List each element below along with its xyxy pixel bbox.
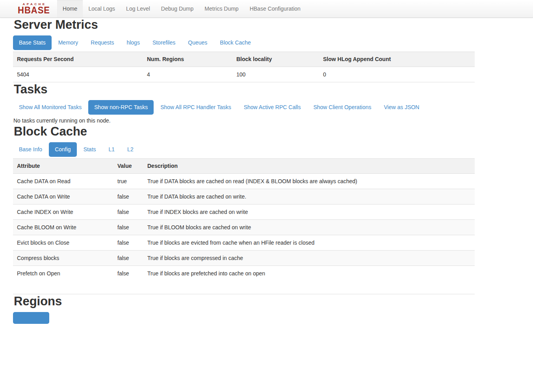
col-slow-hlog-append-count: Slow HLog Append Count <box>319 52 475 67</box>
table-row: Evict blocks on Close false True if bloc… <box>13 235 475 251</box>
table-header-row: Requests Per Second Num. Regions Block l… <box>13 52 475 67</box>
attribute-cell: Cache DATA on Write <box>13 189 113 204</box>
tab-show-all-rpc-handler-tasks[interactable]: Show All RPC Handler Tasks <box>154 100 237 115</box>
description-cell: True if INDEX blocks are cached on write <box>143 204 475 220</box>
description-cell: True if blocks are evicted from cache wh… <box>143 235 475 251</box>
tab-show-non-rpc-tasks[interactable]: Show non-RPC Tasks <box>88 100 154 115</box>
server-metrics-table: Requests Per Second Num. Regions Block l… <box>13 52 475 82</box>
attribute-cell: Evict blocks on Close <box>13 235 113 251</box>
page-content: Server Metrics Base Stats Memory Request… <box>13 18 475 324</box>
attribute-cell: Cache DATA on Read <box>13 174 113 189</box>
regions-title: Regions <box>14 294 475 308</box>
tasks-empty-message: No tasks currently running on this node. <box>13 117 475 124</box>
tab-config[interactable]: Config <box>49 142 76 157</box>
description-cell: True if BLOOM blocks are cached on write <box>143 220 475 235</box>
table-header-row: Attribute Value Description <box>13 159 475 174</box>
tab-storefiles[interactable]: Storefiles <box>147 35 181 50</box>
value-cell: false <box>113 266 143 294</box>
tab-memory[interactable]: Memory <box>52 35 84 50</box>
table-row: Compress blocks false True if blocks are… <box>13 251 475 266</box>
requests-per-second-value: 5404 <box>13 67 143 82</box>
table-row: Cache DATA on Read true True if DATA blo… <box>13 174 475 189</box>
tasks-title: Tasks <box>14 82 475 97</box>
nav-item-metrics-dump[interactable]: Metrics Dump <box>199 0 244 17</box>
nav-item-home[interactable]: Home <box>57 0 83 17</box>
slow-hlog-append-count-value: 0 <box>319 67 475 82</box>
description-cell: True if blocks are compressed in cache <box>143 251 475 266</box>
server-metrics-title: Server Metrics <box>14 18 475 32</box>
tab-requests[interactable]: Requests <box>85 35 120 50</box>
value-cell: false <box>113 220 143 235</box>
table-row: Cache BLOOM on Write false True if BLOOM… <box>13 220 475 235</box>
col-block-locality: Block locality <box>232 52 319 67</box>
block-locality-value: 100 <box>232 67 319 82</box>
value-cell: false <box>113 189 143 204</box>
navbar-menu: Home Local Logs Log Level Debug Dump Met… <box>57 0 306 17</box>
tab-stats[interactable]: Stats <box>78 142 102 157</box>
nav-item-local-logs[interactable]: Local Logs <box>83 0 121 17</box>
description-cell: True if DATA blocks are cached on write. <box>143 189 475 204</box>
tab-show-client-operations[interactable]: Show Client Operations <box>307 100 377 115</box>
regions-first-tab[interactable] <box>13 312 49 324</box>
table-row: 5404 4 100 0 <box>13 67 475 82</box>
col-value: Value <box>113 159 143 174</box>
attribute-cell: Cache INDEX on Write <box>13 204 113 220</box>
table-row: Cache INDEX on Write false True if INDEX… <box>13 204 475 220</box>
tasks-tabs: Show All Monitored Tasks Show non-RPC Ta… <box>13 100 475 115</box>
hbase-logo[interactable]: APACHE HBASE <box>18 0 50 17</box>
attribute-cell: Cache BLOOM on Write <box>13 220 113 235</box>
tab-view-as-json[interactable]: View as JSON <box>378 100 425 115</box>
description-cell: True if blocks are prefetched into cache… <box>143 266 475 294</box>
attribute-cell: Compress blocks <box>13 251 113 266</box>
description-cell: True if DATA blocks are cached on read (… <box>143 174 475 189</box>
table-row: Cache DATA on Write false True if DATA b… <box>13 189 475 204</box>
tab-l2[interactable]: L2 <box>121 142 139 157</box>
tab-l1[interactable]: L1 <box>103 142 121 157</box>
nav-item-hbase-configuration[interactable]: HBase Configuration <box>244 0 306 17</box>
tab-show-all-monitored-tasks[interactable]: Show All Monitored Tasks <box>13 100 87 115</box>
tab-hlogs[interactable]: hlogs <box>121 35 145 50</box>
col-num-regions: Num. Regions <box>143 52 232 67</box>
tab-show-active-rpc-calls[interactable]: Show Active RPC Calls <box>238 100 307 115</box>
server-metrics-tabs: Base Stats Memory Requests hlogs Storefi… <box>13 35 475 50</box>
value-cell: false <box>113 204 143 220</box>
tab-block-cache[interactable]: Block Cache <box>214 35 257 50</box>
tab-queues[interactable]: Queues <box>182 35 213 50</box>
block-cache-config-table: Attribute Value Description Cache DATA o… <box>13 158 475 294</box>
tab-base-info[interactable]: Base Info <box>13 142 48 157</box>
nav-item-log-level[interactable]: Log Level <box>121 0 156 17</box>
block-cache-title: Block Cache <box>14 124 475 139</box>
nav-item-debug-dump[interactable]: Debug Dump <box>156 0 199 17</box>
value-cell: false <box>113 235 143 251</box>
num-regions-value: 4 <box>143 67 232 82</box>
table-row: Prefetch on Open false True if blocks ar… <box>13 266 475 294</box>
attribute-cell: Prefetch on Open <box>13 266 113 294</box>
logo-hbase-text: HBASE <box>18 6 50 15</box>
col-attribute: Attribute <box>13 159 113 174</box>
tab-base-stats[interactable]: Base Stats <box>13 35 52 50</box>
value-cell: false <box>113 251 143 266</box>
value-cell: true <box>113 174 143 189</box>
block-cache-tabs: Base Info Config Stats L1 L2 <box>13 142 475 157</box>
col-requests-per-second: Requests Per Second <box>13 52 143 67</box>
navbar: APACHE HBASE Home Local Logs Log Level D… <box>0 0 533 18</box>
col-description: Description <box>143 159 475 174</box>
